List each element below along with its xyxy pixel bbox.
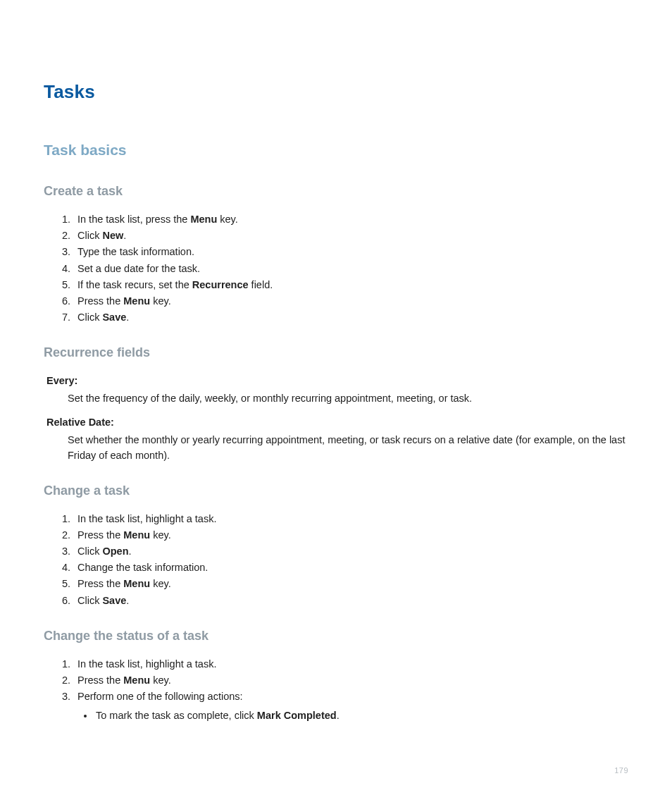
list-item: Press the Menu key. [73, 293, 628, 309]
list-item: Click Save. [73, 593, 628, 609]
page-title: Tasks [44, 81, 628, 103]
definition-term: Every: [46, 373, 628, 388]
list-item: Click Save. [73, 309, 628, 326]
list-item: Set a due date for the task. [73, 261, 628, 277]
document-page: Tasks Task basics Create a task In the t… [0, 0, 672, 807]
subheading-change-status: Change the status of a task [44, 629, 628, 643]
create-task-steps: In the task list, press the Menu key.Cli… [44, 211, 628, 326]
list-item: To mark the task as complete, click Mark… [94, 708, 628, 724]
subheading-create-task: Create a task [44, 184, 628, 199]
sub-bullet-list: To mark the task as complete, click Mark… [77, 708, 628, 724]
subheading-recurrence-fields: Recurrence fields [44, 345, 628, 360]
section-heading-task-basics: Task basics [44, 142, 628, 159]
definition-description: Set the frequency of the daily, weekly, … [68, 390, 628, 406]
recurrence-definitions: Every:Set the frequency of the daily, we… [44, 373, 628, 463]
change-task-steps: In the task list, highlight a task.Press… [44, 511, 628, 609]
list-item: Click New. [73, 228, 628, 244]
list-item: Click Open. [73, 543, 628, 560]
subheading-change-task: Change a task [44, 483, 628, 498]
definition-description: Set whether the monthly or yearly recurr… [68, 432, 628, 464]
list-item: In the task list, highlight a task. [73, 656, 628, 672]
list-item: Perform one of the following actions:To … [73, 689, 628, 724]
page-number: 179 [614, 766, 628, 775]
list-item: Change the task information. [73, 560, 628, 576]
list-item: In the task list, press the Menu key. [73, 211, 628, 228]
list-item: Press the Menu key. [73, 672, 628, 689]
list-item: Press the Menu key. [73, 527, 628, 543]
list-item: In the task list, highlight a task. [73, 511, 628, 527]
change-status-steps: In the task list, highlight a task.Press… [44, 656, 628, 725]
list-item: If the task recurs, set the Recurrence f… [73, 277, 628, 293]
list-item: Type the task information. [73, 244, 628, 260]
list-item: Press the Menu key. [73, 576, 628, 592]
definition-term: Relative Date: [46, 414, 628, 430]
